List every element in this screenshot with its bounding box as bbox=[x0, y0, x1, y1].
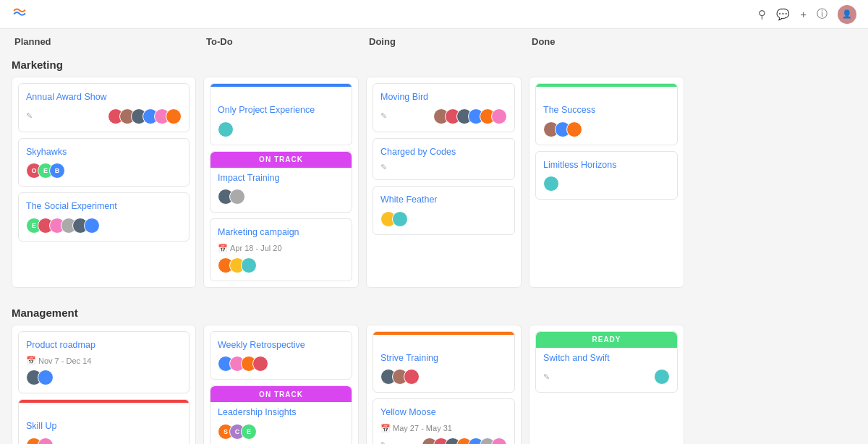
avatar-group bbox=[543, 176, 559, 192]
kanban-card[interactable]: Marketing campaign 📅 Apr 18 - Jul 20 bbox=[210, 218, 352, 281]
card-footer bbox=[218, 189, 344, 205]
avatar bbox=[252, 356, 268, 372]
card-title: Strive Training bbox=[380, 352, 507, 365]
app-logo[interactable] bbox=[12, 5, 27, 23]
avatar bbox=[566, 121, 582, 137]
avatar-group bbox=[218, 121, 234, 137]
avatar bbox=[38, 370, 54, 385]
card-footer: ✎ bbox=[380, 108, 507, 124]
avatar-group bbox=[26, 437, 54, 445]
card-footer bbox=[380, 369, 507, 385]
avatar-group bbox=[654, 369, 670, 385]
card-title: Only Project Experience bbox=[218, 104, 344, 117]
card-title: Product roadmap bbox=[26, 339, 182, 352]
avatar-group: E bbox=[26, 218, 100, 234]
card-footer bbox=[218, 121, 344, 137]
kanban-card[interactable]: Moving Bird ✎ bbox=[373, 83, 515, 132]
kanban-card[interactable]: Yellow Moose 📅 May 27 - May 31 ✎ bbox=[373, 398, 515, 444]
kanban-card[interactable]: READY Switch and Swift ✎ bbox=[535, 331, 678, 393]
add-icon[interactable]: + bbox=[800, 8, 807, 20]
avatar-group bbox=[218, 257, 257, 273]
column-headers: Planned To-Do Doing Done bbox=[12, 29, 856, 51]
avatar: E bbox=[241, 424, 257, 440]
card-footer: ✎ bbox=[543, 369, 670, 385]
card-title: Annual Award Show bbox=[26, 91, 182, 104]
avatar bbox=[218, 121, 234, 137]
kanban-card[interactable]: Strive Training bbox=[373, 331, 515, 393]
card-date: 📅 Nov 7 - Dec 14 bbox=[26, 356, 182, 365]
avatar-group: SCE bbox=[218, 424, 257, 440]
kanban-card[interactable]: ON TRACK Leadership Insights SCE bbox=[210, 385, 352, 444]
kanban-card[interactable]: Skyhawks OEB bbox=[18, 138, 190, 187]
card-footer: E bbox=[26, 218, 182, 234]
avatar bbox=[392, 211, 408, 227]
card-footer bbox=[218, 356, 344, 372]
avatar-group bbox=[26, 370, 54, 385]
navigation: ⚲ 💬 + ⓘ 👤 bbox=[0, 0, 868, 29]
avatar-group bbox=[218, 189, 245, 205]
kanban-card[interactable]: Weekly Retrospective bbox=[210, 331, 352, 380]
card-title: Charged by Codes bbox=[380, 146, 507, 159]
kanban-row: Product roadmap 📅 Nov 7 - Dec 14 Skill U… bbox=[12, 325, 856, 445]
avatar bbox=[491, 108, 507, 124]
avatar-group bbox=[422, 437, 507, 445]
edit-icon[interactable]: ✎ bbox=[380, 163, 387, 172]
avatar-group bbox=[380, 369, 420, 385]
kanban-col-0: Product roadmap 📅 Nov 7 - Dec 14 Skill U… bbox=[12, 325, 196, 445]
card-title: Switch and Swift bbox=[543, 352, 670, 365]
card-footer bbox=[380, 211, 507, 227]
avatar bbox=[38, 437, 54, 445]
edit-icon[interactable]: ✎ bbox=[380, 111, 387, 121]
calendar-icon: 📅 bbox=[218, 244, 228, 253]
kanban-board: Marketing Annual Award Show ✎ Skyhawks O… bbox=[12, 51, 856, 444]
avatar bbox=[654, 369, 670, 385]
edit-icon[interactable]: ✎ bbox=[380, 440, 387, 444]
avatar bbox=[491, 437, 507, 445]
kanban-card[interactable]: ON TRACK Impact Training bbox=[210, 151, 352, 213]
kanban-card[interactable]: Charged by Codes ✎ bbox=[373, 138, 515, 181]
kanban-card[interactable]: Limitless Horizons bbox=[535, 151, 678, 200]
card-footer bbox=[543, 176, 670, 192]
kanban-card[interactable]: Only Project Experience bbox=[210, 83, 352, 145]
kanban-card[interactable]: White Feather bbox=[373, 186, 515, 235]
card-footer bbox=[218, 257, 344, 273]
kanban-card[interactable]: Skill Up bbox=[18, 399, 190, 444]
section-label: Management bbox=[12, 299, 856, 325]
col-todo: To-Do bbox=[203, 36, 359, 47]
kanban-card[interactable]: The Social Experiment E bbox=[18, 192, 190, 242]
kanban-col-0: Annual Award Show ✎ Skyhawks OEB The Soc… bbox=[12, 77, 196, 288]
kanban-card[interactable]: Annual Award Show ✎ bbox=[18, 83, 190, 132]
section-label: Marketing bbox=[12, 51, 856, 77]
kanban-card[interactable]: The Success bbox=[535, 83, 678, 145]
user-avatar[interactable]: 👤 bbox=[838, 5, 856, 24]
search-icon[interactable]: ⚲ bbox=[758, 8, 766, 21]
avatar bbox=[229, 189, 245, 205]
card-date: 📅 May 27 - May 31 bbox=[380, 424, 507, 433]
card-title: Marketing campaign bbox=[218, 226, 344, 239]
status-bar: READY bbox=[536, 332, 677, 348]
card-title: The Social Experiment bbox=[26, 200, 182, 213]
edit-icon[interactable]: ✎ bbox=[543, 372, 550, 382]
chat-bubble-icon[interactable]: 💬 bbox=[776, 8, 790, 21]
card-title: Skill Up bbox=[26, 420, 182, 433]
col-doing: Doing bbox=[366, 36, 522, 47]
avatar bbox=[84, 218, 100, 234]
avatar-group bbox=[218, 356, 268, 372]
edit-icon[interactable]: ✎ bbox=[26, 111, 33, 121]
kanban-col-3: READY Switch and Swift ✎ bbox=[529, 325, 684, 445]
avatar bbox=[404, 369, 420, 385]
kanban-card[interactable]: Product roadmap 📅 Nov 7 - Dec 14 bbox=[18, 331, 190, 394]
kanban-col-2: Strive Training Yellow Moose 📅 May 27 - … bbox=[366, 325, 522, 445]
avatar-group bbox=[380, 211, 408, 227]
card-footer: ✎ bbox=[380, 163, 507, 172]
kanban-col-2: Moving Bird ✎ Charged by Codes ✎ White F… bbox=[366, 77, 522, 288]
info-icon[interactable]: ⓘ bbox=[817, 7, 827, 21]
card-title: Yellow Moose bbox=[380, 406, 507, 419]
card-title: Leadership Insights bbox=[218, 406, 344, 419]
avatar-group: OEB bbox=[26, 163, 65, 179]
card-footer bbox=[26, 370, 182, 385]
avatar bbox=[543, 176, 559, 192]
avatar: B bbox=[49, 163, 65, 179]
kanban-col-1: Only Project Experience ON TRACK Impact … bbox=[203, 77, 359, 288]
calendar-icon: 📅 bbox=[380, 424, 391, 433]
